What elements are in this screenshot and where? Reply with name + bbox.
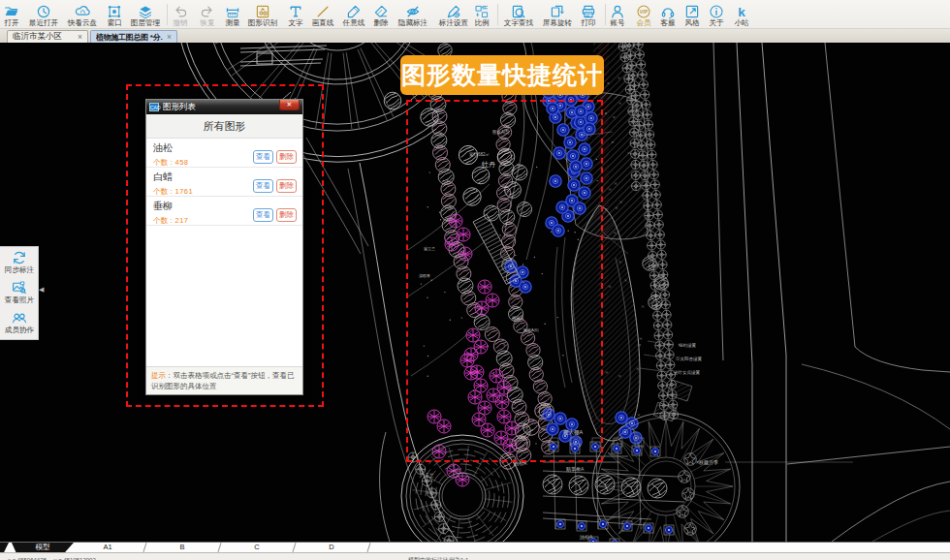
svg-text:细柏绿篱: 细柏绿篱 [678,342,697,348]
svg-text:鹅掌楸A: 鹅掌楸A [565,466,585,473]
svg-text:k: k [738,5,745,19]
svg-text:油松A: 油松A [579,534,593,541]
svg-text:①大阳杏绿篱: ①大阳杏绿篱 [676,356,703,362]
svg-text:×枝藤月季: ×枝藤月季 [696,459,718,466]
svg-text:金叶女贞绿篱: 金叶女贞绿篱 [674,369,701,375]
svg-text:广玉兰: 广玉兰 [421,473,434,478]
